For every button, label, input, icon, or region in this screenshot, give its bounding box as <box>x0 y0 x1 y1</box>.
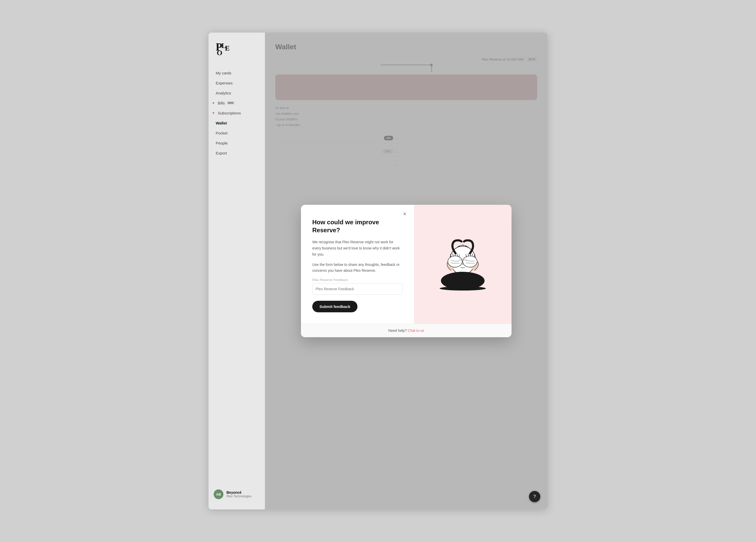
modal-left: × How could we improve Reserve? We recog… <box>301 205 414 323</box>
svg-line-20 <box>472 254 473 257</box>
user-name: Beyoncé <box>226 490 251 494</box>
sidebar-item-pocket[interactable]: Pocket <box>209 128 265 138</box>
modal-body: × How could we improve Reserve? We recog… <box>301 205 512 323</box>
person-illustration <box>427 233 499 295</box>
sidebar-item-people[interactable]: People <box>209 138 265 148</box>
submit-feedback-button[interactable]: Submit feedback <box>312 301 357 312</box>
app-frame: P L E O My cards Expenses Analytics Bill… <box>209 33 547 510</box>
svg-point-6 <box>462 244 464 246</box>
feedback-modal: × How could we improve Reserve? We recog… <box>301 205 512 337</box>
main-content: Wallet Pleo Reserve of 10.000 SEK BETA n… <box>265 33 547 510</box>
modal-desc-1: We recognise that Pleo Reserve might not… <box>312 239 403 258</box>
feedback-label: Pleo Reserve Feedback <box>312 278 403 282</box>
svg-text:O: O <box>217 49 222 56</box>
sidebar-bottom: AB Beyoncé Pleo Technologies <box>209 485 265 503</box>
subscriptions-dot <box>213 112 214 114</box>
sidebar-item-bills[interactable]: Bills NEW <box>209 98 265 108</box>
modal-right <box>414 205 512 323</box>
sidebar-item-my-cards[interactable]: My cards <box>209 68 265 78</box>
sidebar-item-wallet[interactable]: Wallet <box>209 118 265 128</box>
modal-overlay: × How could we improve Reserve? We recog… <box>265 33 547 510</box>
avatar: AB <box>214 489 223 499</box>
svg-point-22 <box>440 286 486 290</box>
modal-title: How could we improve Reserve? <box>312 218 403 234</box>
logo: P L E O <box>209 41 265 68</box>
sidebar: P L E O My cards Expenses Analytics Bill… <box>209 33 265 510</box>
feedback-input[interactable] <box>312 283 403 294</box>
sidebar-item-analytics[interactable]: Analytics <box>209 88 265 98</box>
bills-badge: NEW <box>227 101 234 105</box>
sidebar-item-subscriptions[interactable]: Subscriptions <box>209 108 265 118</box>
modal-desc-2: Use the form below to share any thoughts… <box>312 262 403 274</box>
user-info: Beyoncé Pleo Technologies <box>226 490 251 498</box>
modal-footer: Need help? Chat to us <box>301 323 512 337</box>
svg-point-16 <box>463 256 477 267</box>
close-button[interactable]: × <box>401 210 409 218</box>
bills-dot <box>213 102 214 104</box>
user-org: Pleo Technologies <box>226 494 251 498</box>
svg-point-10 <box>448 256 462 267</box>
sidebar-nav: My cards Expenses Analytics Bills NEW Su… <box>209 68 265 158</box>
sidebar-item-export[interactable]: Export <box>209 148 265 158</box>
chat-link[interactable]: Chat to us <box>408 328 424 332</box>
footer-text: Need help? <box>388 328 407 332</box>
svg-text:E: E <box>225 44 230 52</box>
sidebar-item-expenses[interactable]: Expenses <box>209 78 265 88</box>
